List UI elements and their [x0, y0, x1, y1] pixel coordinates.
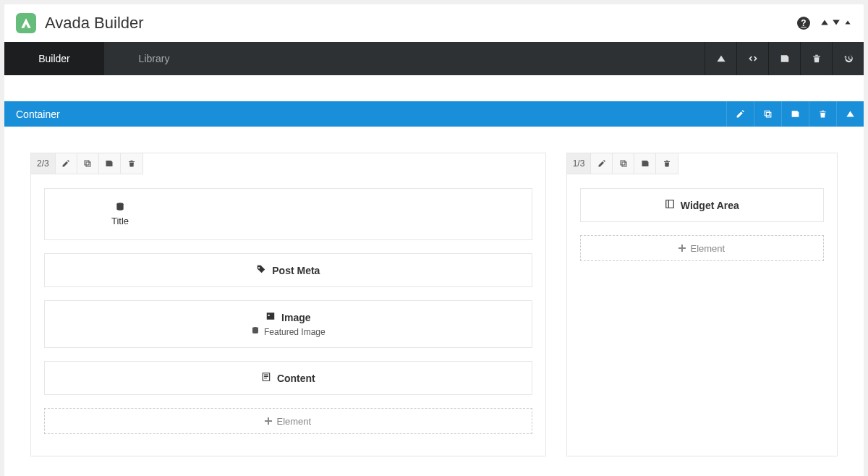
- container-bar: Container: [4, 101, 864, 127]
- element-featured-image-label: Featured Image: [264, 327, 326, 337]
- element-content[interactable]: Content: [44, 361, 532, 395]
- column-left-delete-button[interactable]: [121, 153, 142, 174]
- layout-icon: [665, 199, 675, 211]
- help-icon[interactable]: ?: [797, 17, 810, 30]
- svg-rect-4: [621, 161, 625, 165]
- svg-rect-5: [622, 162, 626, 166]
- collapse-up-button[interactable]: [705, 42, 736, 75]
- container-clone-button[interactable]: [754, 101, 781, 127]
- product-title: Avada Builder: [45, 14, 144, 33]
- container-collapse-button[interactable]: [836, 101, 864, 127]
- main-toolbar: Builder Library: [4, 42, 864, 75]
- element-post-meta[interactable]: Post Meta: [44, 253, 532, 287]
- column-left-toolbar: 2/3: [30, 153, 143, 174]
- add-element-label-right: Element: [690, 243, 725, 254]
- code-button[interactable]: [736, 42, 768, 75]
- element-widget-area-label: Widget Area: [681, 200, 739, 211]
- plus-icon: [265, 416, 272, 427]
- plus-icon: [678, 243, 686, 254]
- column-left-edit-button[interactable]: [56, 153, 77, 174]
- tab-library[interactable]: Library: [104, 42, 204, 75]
- column-right-toolbar: 1/3: [566, 153, 679, 174]
- builder-header: Avada Builder ?: [4, 4, 864, 42]
- column-left[interactable]: 2/3 Title: [30, 153, 546, 456]
- element-title[interactable]: Title: [44, 188, 532, 240]
- database-icon: [115, 202, 125, 214]
- column-right-size-label[interactable]: 1/3: [567, 153, 592, 174]
- caret-up-small-icon[interactable]: [843, 17, 852, 29]
- svg-rect-1: [86, 162, 90, 166]
- element-title-label: Title: [111, 216, 129, 226]
- tab-builder[interactable]: Builder: [4, 42, 104, 75]
- container-title: Container: [4, 109, 72, 120]
- column-left-save-button[interactable]: [99, 153, 121, 174]
- tag-icon: [256, 264, 266, 276]
- column-right-save-button[interactable]: [634, 153, 656, 174]
- column-left-size-label[interactable]: 2/3: [31, 153, 56, 174]
- image-icon: [265, 311, 276, 323]
- element-image-label: Image: [281, 312, 310, 323]
- caret-up-icon[interactable]: [820, 17, 829, 29]
- add-element-button-right[interactable]: Element: [580, 235, 824, 261]
- column-right-edit-button[interactable]: [591, 153, 613, 174]
- database-icon: [251, 326, 260, 337]
- delete-button[interactable]: [800, 42, 832, 75]
- container-save-button[interactable]: [781, 101, 809, 127]
- column-right[interactable]: 1/3 Widget Area Elem: [566, 153, 838, 456]
- column-right-clone-button[interactable]: [613, 153, 634, 174]
- column-left-clone-button[interactable]: [77, 153, 99, 174]
- content-icon: [261, 372, 271, 384]
- column-right-delete-button[interactable]: [656, 153, 678, 174]
- add-element-button-left[interactable]: Element: [44, 408, 532, 434]
- element-image[interactable]: Image Featured Image: [44, 300, 532, 348]
- avada-logo: [16, 13, 36, 33]
- caret-down-icon[interactable]: [832, 17, 841, 29]
- container-delete-button[interactable]: [809, 101, 836, 127]
- element-post-meta-label: Post Meta: [272, 265, 320, 276]
- history-button[interactable]: [832, 42, 864, 75]
- element-widget-area[interactable]: Widget Area: [580, 188, 824, 222]
- container-edit-button[interactable]: [726, 101, 754, 127]
- element-content-label: Content: [277, 373, 315, 384]
- container-layout: 2/3 Title: [4, 127, 864, 476]
- save-button[interactable]: [768, 42, 800, 75]
- add-element-label-left: Element: [276, 416, 311, 427]
- svg-rect-0: [85, 161, 89, 165]
